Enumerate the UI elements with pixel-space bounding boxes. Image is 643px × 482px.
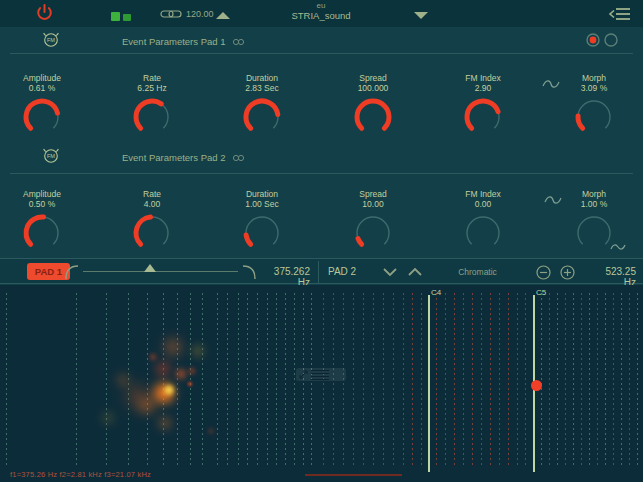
svg-text:FM: FM — [47, 37, 55, 43]
knob-pad1-amplitude[interactable]: Amplitude0.61 % — [0, 73, 87, 139]
preset-dropdown-icon[interactable] — [414, 12, 428, 19]
harmonic-gridline — [525, 293, 526, 468]
knob-value: 2.90 — [438, 83, 528, 93]
harmonic-gridline — [613, 293, 614, 468]
harmonic-gridline — [463, 293, 464, 468]
pad2-link-icon[interactable] — [232, 154, 245, 162]
divider — [318, 261, 319, 283]
radio-pad2[interactable] — [605, 34, 617, 46]
fm-badge-icon: FM — [42, 147, 60, 164]
harmonic-gridline — [508, 293, 509, 468]
touch-surface[interactable]: C4C5 f1=375.26 Hz f2=2.81 kHz f3=21.07 k… — [0, 285, 643, 482]
knob-value: 10.00 — [328, 199, 418, 209]
harmonic-gridline — [597, 293, 598, 468]
harmonic-gridline — [499, 293, 500, 468]
knob-pad2-amplitude[interactable]: Amplitude0.50 % — [0, 189, 87, 255]
harmonic-gridline — [557, 293, 558, 468]
knob-value: 2.83 Sec — [217, 83, 307, 93]
midi-activity-icon — [110, 11, 148, 22]
knob-value: 6.25 Hz — [107, 83, 197, 93]
knob-pad1-spread[interactable]: Spread100.000 — [328, 73, 418, 139]
sine-wave-icon[interactable] — [542, 78, 560, 90]
pad-view-radio-group — [585, 33, 621, 47]
knob-label: Morph — [549, 189, 639, 199]
preset-selector[interactable]: eu STRIA_sound — [271, 2, 371, 21]
touch-trail-blob — [162, 336, 184, 358]
knob-label: Amplitude — [0, 189, 87, 199]
waveform-zigzag-icon[interactable] — [610, 242, 626, 251]
tempo-value[interactable]: 120.00 — [186, 9, 214, 19]
knob-label: Rate — [107, 189, 197, 199]
harmonic-gridline — [573, 293, 574, 468]
knob-pad2-fm-index[interactable]: FM Index0.00 — [438, 189, 528, 255]
range-bracket-right[interactable] — [241, 263, 258, 281]
knob-pad2-duration[interactable]: Duration1.00 Sec — [217, 189, 307, 255]
knob-pad1-fm-index[interactable]: FM Index2.90 — [438, 73, 528, 139]
grip-lines-icon — [311, 368, 329, 382]
harmonic-gridline — [6, 293, 7, 468]
harmonic-gridline — [285, 293, 286, 468]
pad2-header-title: Event Parameters Pad 2 — [122, 152, 226, 163]
harmonic-gridline — [106, 293, 107, 468]
plus-button[interactable] — [560, 265, 575, 280]
knob-label: Morph — [549, 73, 639, 83]
selection-line — [305, 474, 402, 476]
octave-up-icon[interactable] — [407, 267, 423, 277]
harmonic-gridline — [177, 293, 178, 468]
radio-pad1[interactable] — [587, 34, 599, 46]
harmonic-gridline — [581, 293, 582, 468]
pitch-slider-track[interactable] — [83, 271, 238, 272]
harmonic-gridline — [421, 293, 422, 468]
knob-label: Rate — [107, 73, 197, 83]
minus-button[interactable] — [536, 265, 551, 280]
preset-list-icon[interactable] — [608, 6, 632, 22]
octave-down-icon[interactable] — [382, 267, 398, 277]
harmonic-gridline — [247, 293, 248, 468]
knob-pad1-rate[interactable]: Rate6.25 Hz — [107, 73, 197, 139]
harmonic-gridline — [445, 293, 446, 468]
harmonic-gridline — [363, 293, 364, 468]
divider — [10, 53, 633, 54]
range-bracket-left[interactable] — [63, 263, 80, 281]
harmonic-gridline — [383, 293, 384, 468]
chain-link-icon[interactable] — [160, 9, 182, 19]
drag-handle[interactable] — [296, 368, 346, 381]
knob-label: Duration — [217, 73, 307, 83]
scale-mode-selector[interactable]: Chromatic — [440, 267, 515, 277]
collapse-up-icon[interactable] — [216, 12, 230, 19]
harmonic-gridline — [454, 293, 455, 468]
power-icon[interactable] — [36, 4, 53, 21]
harmonic-gridline — [541, 293, 542, 468]
svg-text:FM: FM — [47, 153, 55, 159]
knob-pad1-morph[interactable]: Morph3.09 % — [549, 73, 639, 139]
frequency-bar: PAD 1 375.262 Hz PAD 2 Chromatic 523.25 … — [0, 258, 643, 284]
touch-trail-blob — [163, 384, 175, 396]
knob-pad1-duration[interactable]: Duration2.83 Sec — [217, 73, 307, 139]
harmonic-gridline — [393, 293, 394, 468]
harmonic-gridline — [76, 293, 77, 468]
harmonic-gridline — [637, 293, 638, 468]
harmonic-gridline — [238, 293, 239, 468]
harmonic-gridline — [589, 293, 590, 468]
harmonic-gridline — [621, 293, 622, 468]
harmonic-gridline — [403, 293, 404, 468]
pitch-slider-handle[interactable] — [144, 264, 156, 272]
knob-pad2-rate[interactable]: Rate4.00 — [107, 189, 197, 255]
sine-wave-icon[interactable] — [544, 194, 562, 206]
note-marker-line-C4 — [428, 295, 430, 472]
harmonic-gridline — [257, 293, 258, 468]
knob-label: Spread — [328, 73, 418, 83]
harmonic-gridline — [629, 293, 630, 468]
preset-name: STRIA_sound — [271, 11, 371, 21]
pad1-link-icon[interactable] — [232, 38, 245, 46]
knob-pad2-spread[interactable]: Spread10.00 — [328, 189, 418, 255]
harmonic-gridline — [294, 293, 295, 468]
knob-value: 4.00 — [107, 199, 197, 209]
touch-trail-blob — [187, 381, 193, 387]
knob-value: 0.61 % — [0, 83, 87, 93]
knob-value: 1.00 % — [549, 199, 639, 209]
knob-label: FM Index — [438, 73, 528, 83]
harmonic-gridline — [217, 293, 218, 468]
partial-frequency-readout: f1=375.26 Hz f2=2.81 kHz f3=21.07 kHz — [10, 470, 151, 479]
harmonic-gridline — [202, 293, 203, 468]
